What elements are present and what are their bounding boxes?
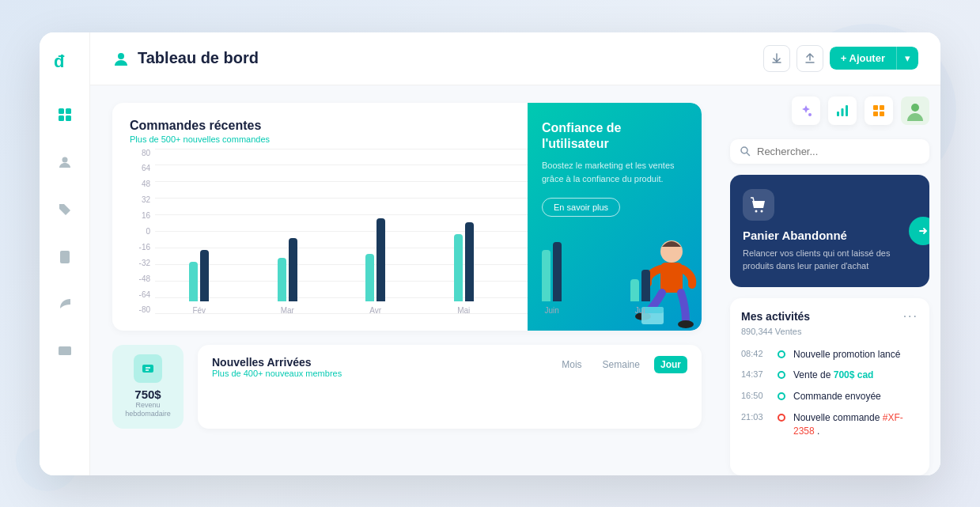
search-icon xyxy=(740,146,751,157)
bar-group-mai: Mai xyxy=(454,222,474,315)
revenu-icon xyxy=(134,354,162,383)
sidebar-item-users[interactable] xyxy=(51,148,79,176)
bar-chart-yaxis: 80 64 48 32 16 0 -16 -32 -48 -64 xyxy=(130,149,155,331)
svg-rect-26 xyxy=(880,112,884,116)
svg-rect-21 xyxy=(842,108,844,116)
bar-group-jul: Jul xyxy=(630,270,650,315)
bar-navy-jul xyxy=(641,270,650,301)
sidebar: đ xyxy=(40,32,90,475)
bar-group-fev: Fév xyxy=(189,250,209,315)
svg-point-19 xyxy=(808,113,812,116)
activity-item-3: 16:50 Commande envoyée xyxy=(741,386,918,407)
activity-dot-2 xyxy=(778,371,785,379)
panier-card: Panier Abandonné Relancer vos clients qu… xyxy=(730,175,929,287)
sidebar-logo: đ xyxy=(51,47,79,75)
activity-dot-3 xyxy=(778,392,785,400)
svg-rect-10 xyxy=(59,346,71,355)
main-content: Commandes récentes Plus de 500+ nouvelle… xyxy=(90,85,719,475)
revenu-card: 750$ Revenu hebdomadaire xyxy=(112,345,184,429)
chart-icon-button[interactable] xyxy=(828,96,857,125)
chart-subtitle: Plus de 500+ nouvelles commandes xyxy=(130,134,270,144)
nouvelles-header: Nouvelles Arrivées Plus de 400+ nouveaux… xyxy=(212,356,687,378)
right-panel: Panier Abandonné Relancer vos clients qu… xyxy=(719,85,940,475)
svg-rect-20 xyxy=(837,112,839,116)
sidebar-item-docs[interactable] xyxy=(51,243,79,271)
svg-point-5 xyxy=(62,157,67,162)
bar-navy-mai xyxy=(465,222,474,301)
content: Commandes récentes Plus de 500+ nouvelle… xyxy=(90,85,940,475)
promo-title: Confiance de l'utilisateur xyxy=(542,120,687,153)
sidebar-item-dashboard[interactable] xyxy=(51,100,79,129)
sidebar-item-display[interactable] xyxy=(51,338,79,366)
bar-teal-juin xyxy=(542,250,551,301)
bar-navy-fev xyxy=(200,250,209,301)
svg-point-29 xyxy=(755,210,758,212)
nouvelles-tab-semaine[interactable]: Semaine xyxy=(596,356,646,373)
svg-rect-25 xyxy=(873,112,878,116)
header-actions: + Ajouter ▾ xyxy=(763,45,918,72)
bar-group-container: Fév Mar xyxy=(155,218,684,315)
browser-window: đ xyxy=(40,32,940,475)
svg-rect-3 xyxy=(59,115,64,121)
nouvelles-tab-mois[interactable]: Mois xyxy=(555,356,588,373)
svg-rect-24 xyxy=(880,105,884,110)
svg-point-11 xyxy=(118,53,124,59)
svg-text:đ: đ xyxy=(54,51,65,71)
chart-card: Commandes récentes Plus de 500+ nouvelle… xyxy=(112,103,702,331)
activities-count: 890,344 Ventes xyxy=(741,327,918,336)
revenu-label: Revenu hebdomadaire xyxy=(122,401,174,419)
activities-card: Mes activités ··· 890,344 Ventes 08:42 N… xyxy=(730,298,929,475)
bar-group-mar: Mar xyxy=(278,238,297,315)
header: Tableau de bord + Ajouter ▾ xyxy=(90,32,940,85)
main-area: Tableau de bord + Ajouter ▾ xyxy=(90,32,940,475)
activity-dot-4 xyxy=(778,414,785,422)
ajouter-button[interactable]: + Ajouter xyxy=(830,47,896,70)
right-top-icons xyxy=(730,96,929,128)
panier-icon xyxy=(743,189,774,221)
activity-dot-1 xyxy=(778,350,785,358)
svg-rect-18 xyxy=(142,365,153,373)
activities-title: Mes activités xyxy=(741,310,810,323)
page-title: Tableau de bord xyxy=(138,49,259,67)
upload-button[interactable] xyxy=(796,45,823,72)
bar-teal-avr xyxy=(365,254,374,301)
search-bar xyxy=(730,139,929,164)
svg-point-30 xyxy=(761,210,763,212)
bar-navy-juin xyxy=(553,242,562,301)
avatar-button[interactable] xyxy=(901,96,929,125)
svg-point-27 xyxy=(911,104,919,112)
activities-menu-button[interactable]: ··· xyxy=(903,309,918,323)
bar-teal-mar xyxy=(278,258,286,301)
nouvelles-card: Nouvelles Arrivées Plus de 400+ nouveaux… xyxy=(198,345,702,429)
bar-group-avr: Avr xyxy=(365,218,385,315)
bar-teal-fev xyxy=(189,262,198,301)
search-input[interactable] xyxy=(757,146,920,157)
sidebar-item-tags[interactable] xyxy=(51,195,79,224)
ajouter-dropdown-button[interactable]: ▾ xyxy=(896,47,918,70)
magic-icon-button[interactable] xyxy=(792,96,820,125)
promo-button[interactable]: En savoir plus xyxy=(542,198,620,217)
svg-rect-1 xyxy=(59,108,64,114)
bar-group-juin: Juin xyxy=(542,242,562,315)
svg-rect-22 xyxy=(846,105,848,116)
nouvelles-subtitle: Plus de 400+ nouveaux membres xyxy=(212,369,342,378)
panier-desc: Relancer vos clients qui ont laissé des … xyxy=(743,247,917,273)
download-button[interactable] xyxy=(763,45,790,72)
user-icon xyxy=(112,50,130,67)
header-left: Tableau de bord xyxy=(112,49,259,67)
activities-header: Mes activités ··· xyxy=(741,309,918,323)
grid-icon-button[interactable] xyxy=(865,96,893,125)
revenu-amount: 750$ xyxy=(134,388,161,401)
svg-rect-4 xyxy=(66,115,71,121)
nouvelles-title: Nouvelles Arrivées xyxy=(212,356,342,369)
chart-title: Commandes récentes xyxy=(130,119,270,133)
svg-point-28 xyxy=(741,147,747,153)
activity-item-4: 21:03 Nouvelle commande #XF-2358 . xyxy=(741,407,918,442)
activity-item-1: 08:42 Nouvelle promotion lancé xyxy=(741,344,918,365)
sidebar-item-leaf[interactable] xyxy=(51,290,79,319)
nouvelles-tab-jour[interactable]: Jour xyxy=(654,356,687,373)
svg-rect-2 xyxy=(66,108,71,114)
activity-item-2: 14:37 Vente de 700$ cad xyxy=(741,365,918,386)
svg-point-15 xyxy=(678,320,694,328)
bar-teal-mai xyxy=(454,234,463,301)
